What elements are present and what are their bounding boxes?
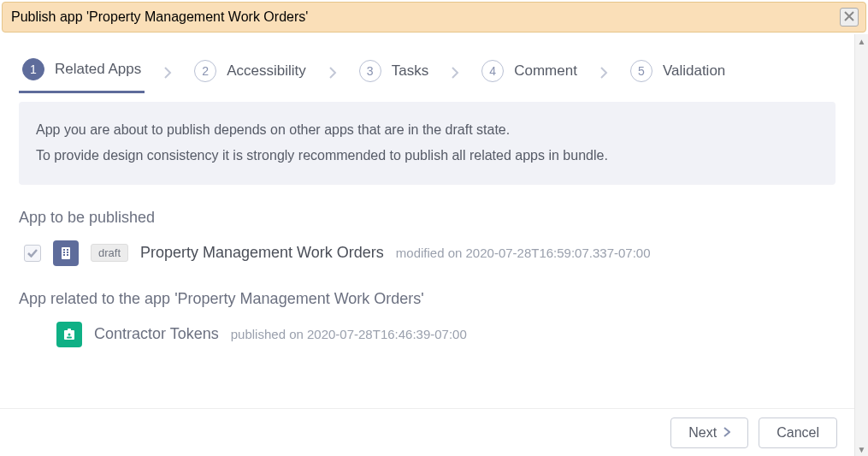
step-comment[interactable]: 4 Comment bbox=[478, 53, 581, 92]
step-related-apps[interactable]: 1 Related Apps bbox=[19, 51, 145, 93]
svg-rect-10 bbox=[67, 336, 72, 338]
step-label: Validation bbox=[663, 62, 725, 80]
dialog-body: 1 Related Apps 2 Accessibility 3 Tasks 4… bbox=[0, 34, 854, 456]
section-title-to-publish: App to be published bbox=[19, 209, 836, 227]
chevron-right-icon bbox=[723, 425, 730, 441]
svg-rect-5 bbox=[63, 254, 65, 256]
close-icon bbox=[844, 9, 854, 25]
app-to-publish-row: draft Property Management Work Orders mo… bbox=[19, 240, 836, 266]
chevron-right-icon bbox=[588, 66, 620, 80]
step-validation[interactable]: 5 Validation bbox=[627, 53, 729, 92]
wizard-steps: 1 Related Apps 2 Accessibility 3 Tasks 4… bbox=[19, 51, 836, 93]
step-label: Accessibility bbox=[227, 62, 306, 80]
id-badge-icon bbox=[56, 322, 82, 347]
step-label: Tasks bbox=[392, 62, 428, 80]
scrollbar[interactable]: ▲ ▼ bbox=[854, 34, 868, 456]
related-app-meta: published on 2020-07-28T16:46:39-07:00 bbox=[231, 327, 467, 341]
related-app-name: Contractor Tokens bbox=[94, 325, 219, 343]
step-number: 5 bbox=[630, 60, 652, 82]
step-tasks[interactable]: 3 Tasks bbox=[356, 53, 432, 92]
info-banner: App you are about to publish depends on … bbox=[19, 102, 836, 185]
check-icon bbox=[27, 246, 38, 261]
app-name: Property Management Work Orders bbox=[140, 244, 384, 262]
close-button[interactable] bbox=[840, 8, 859, 27]
info-line: To provide design consistency it is stro… bbox=[36, 143, 818, 169]
status-badge: draft bbox=[91, 244, 128, 262]
step-label: Comment bbox=[514, 62, 577, 80]
svg-rect-8 bbox=[68, 329, 71, 331]
step-label: Related Apps bbox=[55, 61, 141, 78]
step-number: 1 bbox=[22, 58, 44, 80]
svg-rect-0 bbox=[62, 247, 70, 259]
next-button[interactable]: Next bbox=[670, 418, 748, 448]
step-accessibility[interactable]: 2 Accessibility bbox=[191, 53, 310, 92]
dialog-title: Publish app 'Property Management Work Or… bbox=[11, 9, 308, 25]
svg-rect-1 bbox=[63, 249, 65, 251]
scroll-down-icon[interactable]: ▼ bbox=[855, 442, 868, 456]
cancel-button[interactable]: Cancel bbox=[759, 418, 837, 448]
scroll-up-icon[interactable]: ▲ bbox=[855, 34, 868, 48]
svg-rect-2 bbox=[67, 249, 68, 251]
svg-rect-3 bbox=[63, 252, 65, 253]
cancel-label: Cancel bbox=[776, 425, 819, 441]
svg-rect-6 bbox=[67, 254, 68, 256]
app-meta: modified on 2020-07-28T16:59:07.337-07:0… bbox=[396, 246, 651, 260]
step-number: 3 bbox=[359, 60, 381, 82]
related-app-row: Contractor Tokens published on 2020-07-2… bbox=[19, 322, 836, 347]
section-title-related: App related to the app 'Property Managem… bbox=[19, 290, 836, 308]
dialog-footer: Next Cancel bbox=[0, 408, 854, 456]
svg-rect-4 bbox=[67, 252, 68, 253]
next-label: Next bbox=[688, 425, 717, 441]
step-number: 4 bbox=[481, 60, 504, 82]
step-number: 2 bbox=[194, 60, 216, 82]
chevron-right-icon bbox=[316, 66, 349, 80]
chevron-right-icon bbox=[151, 66, 184, 80]
building-icon bbox=[53, 240, 79, 266]
info-line: App you are about to publish depends on … bbox=[36, 117, 818, 143]
dialog-header: Publish app 'Property Management Work Or… bbox=[2, 2, 866, 33]
chevron-right-icon bbox=[439, 66, 471, 80]
app-checkbox[interactable] bbox=[24, 245, 41, 262]
svg-point-9 bbox=[68, 333, 71, 335]
